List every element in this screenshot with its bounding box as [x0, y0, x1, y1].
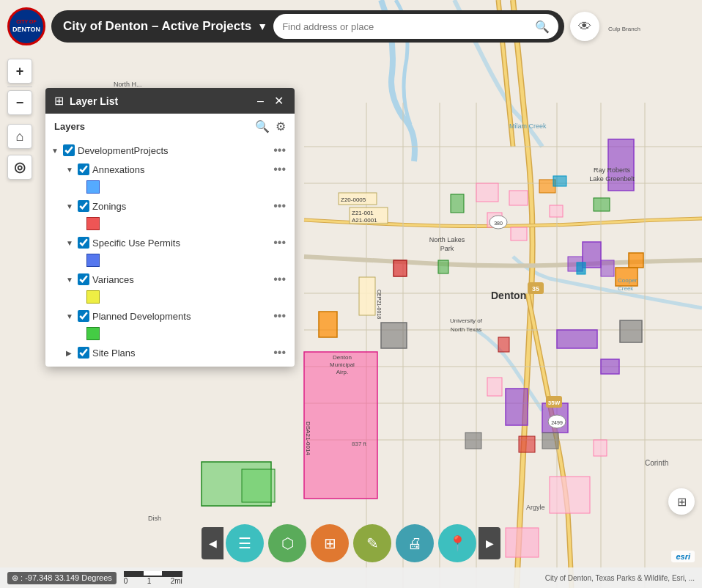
svg-rect-44 [487, 378, 502, 396]
layer-checkbox-specific-use-permits[interactable] [78, 237, 89, 249]
layer-group-header-annexations[interactable]: ▼ Annexations ••• [60, 160, 295, 179]
search-layers-button[interactable]: 🔍 [255, 120, 270, 133]
layer-more-annexations[interactable]: ••• [270, 163, 289, 176]
svg-rect-40 [509, 191, 528, 205]
toolbar-layers-button[interactable]: ⬡ [268, 524, 306, 562]
svg-rect-48 [451, 194, 464, 213]
hide-labels-button[interactable]: 👁 [570, 12, 599, 41]
svg-text:Lake Greenbelt: Lake Greenbelt [589, 175, 635, 183]
layer-group-header-zonings[interactable]: ▼ Zonings ••• [60, 196, 295, 216]
svg-rect-26 [319, 312, 337, 337]
svg-rect-17 [242, 469, 275, 502]
layer-sub-variances: ▼ Variances ••• [45, 270, 295, 306]
toolbar-grid-button[interactable]: ⊞ [311, 524, 349, 562]
layer-group-header-specific-use-permits[interactable]: ▼ Specific Use Permits ••• [60, 233, 295, 252]
svg-rect-49 [438, 260, 448, 273]
toolbar-print-button[interactable]: 🖨 [396, 524, 434, 562]
esri-logo: esri [671, 551, 695, 562]
layer-group-header-variances[interactable]: ▼ Variances ••• [60, 270, 295, 289]
locate-button[interactable]: ◎ [7, 155, 32, 180]
layer-more-site-plans[interactable]: ••• [270, 346, 289, 359]
layers-actions: 🔍 ⚙ [255, 120, 286, 133]
layers-icon: ⊞ [54, 94, 64, 108]
swatch-box-planned-developments [86, 327, 100, 340]
layer-group-development-projects: ▼ DevelopmentProjects ••• ▼ Annexations … [45, 139, 295, 364]
expand-arrow-specific-use-permits: ▼ [66, 239, 75, 247]
filter-layers-button[interactable]: ⚙ [276, 120, 286, 133]
home-button[interactable]: ⌂ [7, 124, 32, 149]
toolbar-list-button[interactable]: ☰ [226, 524, 264, 562]
svg-rect-18 [608, 139, 634, 191]
map-grid-icon: ⊞ [677, 495, 687, 509]
layer-list-panel: ⊞ Layer List – ✕ Layers 🔍 ⚙ ▼ Developmen… [45, 88, 295, 367]
svg-rect-36 [542, 433, 558, 449]
expand-arrow-variances: ▼ [66, 276, 75, 284]
swatch-box-variances [86, 290, 100, 304]
layer-checkbox-annexations[interactable] [78, 163, 89, 175]
svg-text:North H...: North H... [114, 81, 142, 88]
layer-name-site-plans: Site Plans [92, 348, 267, 359]
svg-text:Corinth: Corinth [645, 459, 668, 467]
layer-more-planned-developments[interactable]: ••• [270, 309, 289, 323]
layer-group-header-site-plans[interactable]: ▶ Site Plans ••• [60, 343, 295, 362]
layer-more-zonings[interactable]: ••• [270, 199, 289, 213]
svg-rect-25 [601, 359, 619, 374]
layer-more-variances[interactable]: ••• [270, 273, 289, 286]
search-button[interactable]: 🔍 [532, 18, 553, 35]
layer-list-minimize-button[interactable]: – [255, 95, 266, 107]
svg-rect-38 [553, 176, 566, 186]
layer-group-header-development-projects[interactable]: ▼ DevelopmentProjects ••• [45, 141, 295, 160]
layer-name-zonings: Zonings [92, 201, 267, 212]
svg-text:DSA21-0014: DSA21-0014 [305, 422, 311, 455]
layer-name-specific-use-permits: Specific Use Permits [92, 238, 267, 249]
layer-checkbox-site-plans[interactable] [78, 347, 89, 359]
coordinates-display: ⊕ : -97.348 33.149 Degrees [7, 572, 117, 584]
layer-checkbox-development-projects[interactable] [63, 144, 75, 156]
bottom-toolbar: ◀ ☰ ⬡ ⊞ ✎ 🖨 📍 ▶ [202, 524, 500, 562]
layer-list-close-button[interactable]: ✕ [272, 95, 286, 107]
expand-arrow-development-projects: ▼ [51, 147, 60, 155]
layer-checkbox-planned-developments[interactable] [78, 310, 89, 322]
layer-checkbox-zonings[interactable] [78, 200, 89, 212]
toolbar-next-button[interactable]: ▶ [479, 527, 500, 559]
svg-text:A21-0001: A21-0001 [352, 217, 377, 224]
toolbar-locate-button[interactable]: 📍 [438, 524, 476, 562]
search-input[interactable] [282, 21, 532, 32]
svg-text:837 ft: 837 ft [352, 441, 367, 447]
scale-labels: 0 1 2mi [124, 577, 182, 585]
scale-bar: 0 1 2mi [124, 571, 182, 585]
svg-text:CEP21-0018: CEP21-0018 [377, 290, 382, 319]
svg-text:2499: 2499 [551, 420, 563, 425]
layer-list-title: Layer List [70, 95, 249, 107]
layer-group-header-planned-developments[interactable]: ▼ Planned Developments ••• [60, 306, 295, 326]
swatch-box-zonings [86, 217, 100, 230]
layer-more-specific-use-permits[interactable]: ••• [270, 236, 289, 249]
zoom-out-button[interactable]: − [7, 90, 32, 115]
zoom-in-button[interactable]: + [7, 59, 32, 84]
svg-text:35W: 35W [548, 400, 561, 406]
layer-sub-annexations: ▼ Annexations ••• [45, 160, 295, 196]
svg-rect-43 [511, 227, 527, 240]
layers-label: Layers [54, 121, 85, 132]
svg-text:Creek: Creek [618, 285, 634, 292]
search-bar: 🔍 [273, 14, 558, 39]
svg-text:380: 380 [494, 221, 503, 226]
layer-swatch-zonings [60, 216, 295, 233]
svg-text:35: 35 [532, 285, 539, 293]
toolbar-prev-button[interactable]: ◀ [202, 527, 223, 559]
layer-checkbox-variances[interactable] [78, 273, 89, 285]
svg-rect-34 [620, 320, 642, 342]
bottom-info-bar: ⊕ : -97.348 33.149 Degrees 0 1 2mi City … [0, 567, 702, 588]
layer-sub-planned-developments: ▼ Planned Developments ••• [45, 306, 295, 343]
layers-subheader: Layers 🔍 ⚙ [45, 114, 295, 136]
expand-arrow-planned-developments: ▼ [66, 312, 75, 320]
map-type-button[interactable]: ⊞ [668, 488, 695, 515]
title-dropdown-button[interactable]: ▼ [254, 21, 270, 32]
svg-rect-23 [506, 389, 528, 425]
svg-text:Z20-0005: Z20-0005 [341, 196, 366, 203]
toolbar-edit-button[interactable]: ✎ [353, 524, 391, 562]
layer-name-development-projects: DevelopmentProjects [78, 145, 267, 156]
scale-line: 0 1 2mi [124, 571, 182, 585]
layer-more-development-projects[interactable]: ••• [270, 144, 289, 157]
layer-sub-zonings: ▼ Zonings ••• [45, 196, 295, 233]
